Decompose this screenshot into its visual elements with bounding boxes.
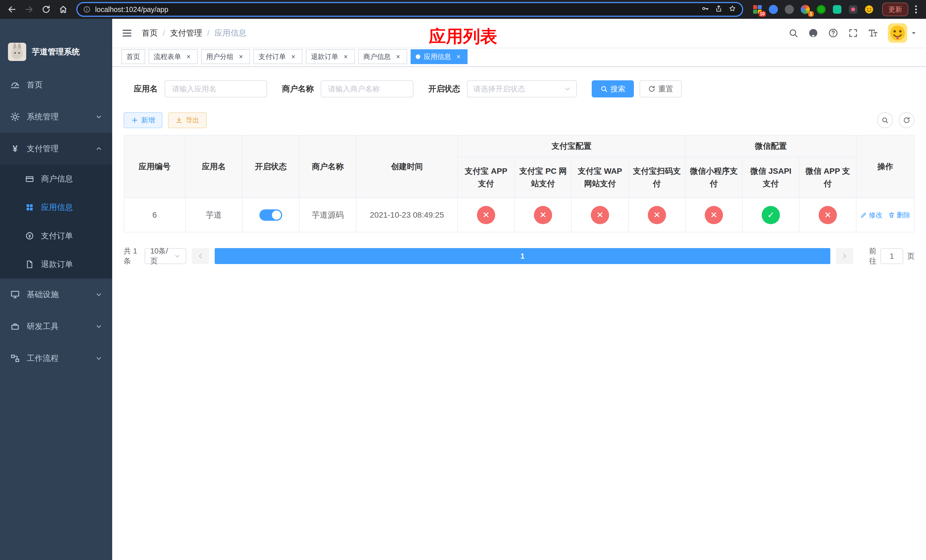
extension-icon-6[interactable] [832,4,842,15]
sidebar-item-label: 首页 [27,79,43,90]
close-icon[interactable]: × [454,53,462,61]
tags-bar: 首页 流程表单 × 用户分组 × 支付订单 × 退款订单 × [112,47,926,67]
extension-icon-4[interactable]: 1 [800,4,810,15]
tab-home[interactable]: 首页 [121,49,145,64]
close-icon[interactable]: × [289,53,297,61]
document-icon [25,260,34,269]
tab-pay-orders[interactable]: 支付订单 × [253,49,303,64]
app-logo[interactable]: 芋道管理系统 [0,19,112,69]
sidebar-item-merchant-info[interactable]: 商户信息 [0,165,112,193]
search-button[interactable]: 搜索 [592,80,634,97]
extension-icon-5[interactable] [816,4,826,15]
add-button[interactable]: 新增 [124,112,162,128]
export-button-label: 导出 [186,116,199,125]
font-size-icon[interactable] [868,28,878,38]
status-select[interactable]: 请选择开启状态 [467,80,577,97]
breadcrumb-home[interactable]: 首页 [142,28,158,38]
toggle-search-icon[interactable] [877,112,893,128]
hamburger-icon[interactable] [121,27,133,39]
goto-page-input[interactable] [881,248,903,264]
cell-app-id: 6 [124,198,185,232]
fullscreen-icon[interactable] [848,28,858,38]
forward-icon[interactable] [22,2,36,17]
table-toolbar: 新增 导出 [124,112,915,128]
sidebar-item-label: 研发工具 [27,321,59,332]
pagination-total: 共 1 条 [124,246,139,266]
credit-card-icon [25,174,34,183]
site-info-icon[interactable] [83,6,91,13]
sidebar-item-label: 商户信息 [41,174,73,184]
delete-link[interactable]: 删除 [888,210,910,219]
user-menu[interactable] [888,23,917,43]
back-icon[interactable] [5,2,20,17]
tab-refund-orders[interactable]: 退款订单 × [306,49,355,64]
sidebar-item-system[interactable]: 系统管理 [0,101,112,133]
alipay-qr-status-icon: ✕ [648,206,666,224]
cell-app-name: 芋道 [185,198,242,232]
sidebar-item-label: 支付管理 [27,143,59,154]
status-select-placeholder: 请选择开启状态 [473,84,525,94]
close-icon[interactable]: × [237,53,245,61]
navbar-actions [788,23,917,43]
sidebar-item-workflow[interactable]: 工作流程 [0,342,112,374]
extension-icon-2[interactable] [768,4,779,15]
sidebar-item-dev-tools[interactable]: 研发工具 [0,310,112,342]
close-icon[interactable]: × [342,53,350,61]
home-icon[interactable] [56,2,71,17]
tab-user-group[interactable]: 用户分组 × [201,49,250,64]
chevron-down-icon [96,291,102,298]
sidebar-item-label: 工作流程 [27,353,59,364]
sidebar-item-payment[interactable]: ¥ 支付管理 [0,133,112,165]
page-number-button[interactable]: 1 [215,248,830,264]
next-page-button[interactable] [836,248,853,264]
export-button[interactable]: 导出 [168,112,207,128]
url-bar[interactable]: localhost:1024/pay/app [76,2,743,17]
password-key-icon[interactable] [701,4,709,15]
status-label: 开启状态 [428,83,460,94]
bookmark-star-icon[interactable] [728,4,736,15]
extension-icon-1[interactable]: 10 [752,4,763,15]
merchant-name-input[interactable] [321,80,413,97]
sidebar-item-home[interactable]: 首页 [0,69,112,101]
reload-icon[interactable] [39,2,53,17]
github-icon[interactable] [808,28,819,38]
chevron-down-icon [96,114,102,120]
sidebar-item-infrastructure[interactable]: 基础设施 [0,278,112,310]
add-button-label: 新增 [141,116,155,125]
app-name-input[interactable] [165,80,267,97]
close-icon[interactable]: × [394,53,402,61]
page-size-select[interactable]: 10条/页 [145,248,186,264]
sidebar-item-label: 退款订单 [41,259,73,270]
breadcrumb-section[interactable]: 支付管理 [170,28,202,38]
prev-page-button[interactable] [192,248,209,264]
reset-button[interactable]: 重置 [640,80,682,97]
extension-badge-2: 1 [808,11,814,17]
refresh-table-icon[interactable] [899,112,915,128]
col-group-alipay: 支付宝配置 [458,135,685,157]
tab-process-form[interactable]: 流程表单 × [149,49,198,64]
extension-icon-8[interactable] [864,4,874,15]
browser-menu-icon[interactable] [911,5,921,14]
sidebar-item-refund-orders[interactable]: 退款订单 [0,250,112,278]
status-toggle[interactable] [259,209,282,221]
alipay-wap-status-icon: ✕ [591,206,609,224]
help-icon[interactable] [828,28,838,38]
extension-icon-7[interactable] [848,4,858,15]
chrome-update-button[interactable]: 更新 [882,3,908,16]
col-app-name: 应用名 [185,135,242,198]
search-icon[interactable] [788,28,799,38]
close-icon[interactable]: × [185,53,192,61]
app-name-label: 应用名 [134,83,158,94]
edit-link[interactable]: 修改 [860,210,882,219]
col-wx-lite: 微信小程序支付 [685,157,742,198]
share-icon[interactable] [715,4,723,15]
sidebar-item-pay-orders[interactable]: 支付订单 [0,222,112,250]
wx-jsapi-status-icon: ✓ [762,206,780,224]
tab-merchant-info[interactable]: 商户信息 × [358,49,407,64]
extension-icon-3[interactable] [784,4,794,15]
col-group-wechat: 微信配置 [685,135,856,157]
sidebar-item-app-info[interactable]: 应用信息 [0,193,112,222]
tab-app-info[interactable]: 应用信息 × [411,49,468,64]
active-tab-dot [416,54,420,59]
breadcrumb: 首页 / 支付管理 / 应用信息 [142,28,247,38]
